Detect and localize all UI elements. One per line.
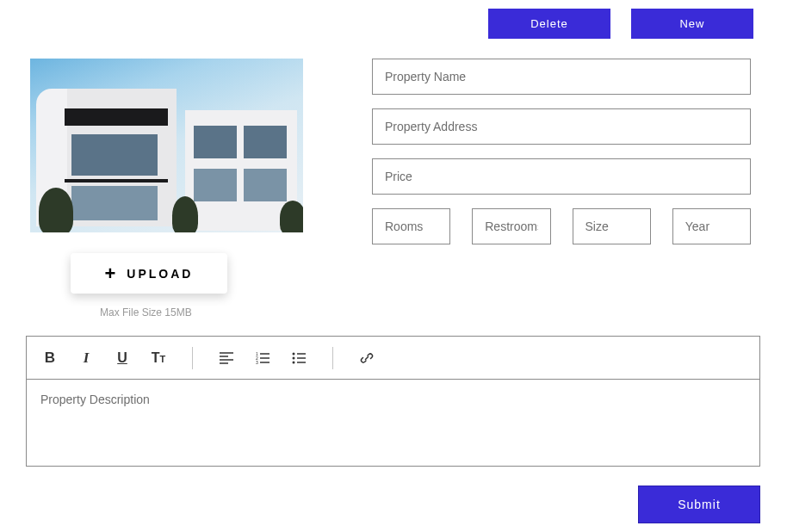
toolbar-separator — [332, 347, 333, 369]
submit-button[interactable]: Submit — [638, 486, 760, 523]
restrooms-input[interactable] — [472, 208, 550, 244]
upload-label: UPLOAD — [127, 267, 193, 281]
file-size-hint: Max File Size 15MB — [100, 306, 192, 319]
editor-toolbar: B I U TT 123 — [27, 337, 759, 380]
italic-button[interactable]: I — [77, 349, 96, 368]
description-editor: B I U TT 123 Property Description — [26, 336, 760, 467]
price-input[interactable] — [372, 158, 751, 195]
upload-button[interactable]: + UPLOAD — [71, 253, 227, 294]
property-address-input[interactable] — [372, 108, 751, 145]
property-name-input[interactable] — [372, 59, 751, 95]
toolbar-separator — [192, 347, 193, 369]
year-input[interactable] — [672, 208, 751, 244]
numbered-list-button[interactable]: 123 — [253, 349, 272, 368]
text-size-icon: TT — [152, 350, 166, 366]
underline-icon: U — [117, 350, 127, 366]
link-icon — [360, 351, 374, 365]
svg-point-5 — [293, 361, 295, 363]
link-button[interactable] — [357, 349, 376, 368]
text-size-button[interactable]: TT — [149, 349, 168, 368]
delete-button[interactable]: Delete — [488, 9, 610, 39]
rooms-input[interactable] — [372, 208, 450, 244]
bold-button[interactable]: B — [40, 349, 59, 368]
align-left-button[interactable] — [217, 349, 236, 368]
svg-point-4 — [293, 356, 295, 359]
bold-icon: B — [45, 350, 55, 367]
svg-point-3 — [293, 352, 295, 355]
underline-button[interactable]: U — [113, 349, 132, 368]
align-left-icon — [220, 352, 233, 364]
bullet-list-button[interactable] — [289, 349, 308, 368]
top-button-bar: Delete New — [488, 9, 753, 39]
numbered-list-icon: 123 — [256, 352, 269, 364]
bullet-list-icon — [292, 352, 306, 364]
size-input[interactable] — [573, 208, 651, 244]
property-fields — [372, 59, 751, 244]
plus-icon: + — [105, 264, 119, 283]
italic-icon: I — [84, 350, 90, 367]
new-button[interactable]: New — [631, 9, 753, 39]
description-placeholder: Property Description — [40, 393, 150, 406]
property-image — [30, 59, 303, 232]
svg-text:3: 3 — [256, 360, 258, 364]
description-textarea[interactable]: Property Description — [27, 380, 759, 466]
